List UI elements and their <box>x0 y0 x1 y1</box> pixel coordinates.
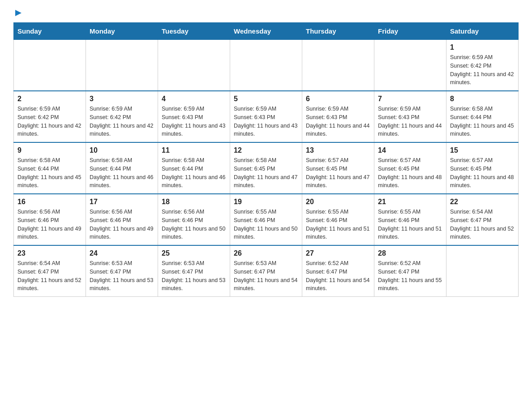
day-number: 17 <box>90 198 154 206</box>
calendar-cell <box>302 40 374 91</box>
calendar-cell: 21Sunrise: 6:55 AMSunset: 6:46 PMDayligh… <box>374 194 446 245</box>
calendar-cell: 4Sunrise: 6:59 AMSunset: 6:43 PMDaylight… <box>158 91 230 142</box>
day-info: Sunrise: 6:58 AMSunset: 6:44 PMDaylight:… <box>450 105 515 138</box>
calendar-cell <box>86 40 158 91</box>
day-number: 19 <box>234 198 298 206</box>
calendar-table: Sunday Monday Tuesday Wednesday Thursday… <box>13 22 519 297</box>
day-info: Sunrise: 6:56 AMSunset: 6:46 PMDaylight:… <box>17 208 82 241</box>
calendar-cell: 19Sunrise: 6:55 AMSunset: 6:46 PMDayligh… <box>230 194 302 245</box>
calendar-cell: 7Sunrise: 6:59 AMSunset: 6:43 PMDaylight… <box>374 91 446 142</box>
calendar-cell: 25Sunrise: 6:53 AMSunset: 6:47 PMDayligh… <box>158 245 230 297</box>
header-friday: Friday <box>374 23 446 40</box>
day-number: 28 <box>378 249 442 257</box>
calendar-week-row: 16Sunrise: 6:56 AMSunset: 6:46 PMDayligh… <box>14 194 519 245</box>
day-number: 25 <box>162 249 226 257</box>
day-info: Sunrise: 6:58 AMSunset: 6:44 PMDaylight:… <box>17 156 82 190</box>
header-thursday: Thursday <box>302 23 374 40</box>
day-info: Sunrise: 6:58 AMSunset: 6:45 PMDaylight:… <box>234 156 298 190</box>
calendar-week-row: 9Sunrise: 6:58 AMSunset: 6:44 PMDaylight… <box>14 142 519 194</box>
calendar-cell: 1Sunrise: 6:59 AMSunset: 6:42 PMDaylight… <box>446 40 519 91</box>
calendar-cell <box>446 245 519 297</box>
calendar-cell <box>14 40 86 91</box>
day-number: 9 <box>17 146 82 154</box>
day-number: 24 <box>90 249 154 257</box>
calendar-cell: 8Sunrise: 6:58 AMSunset: 6:44 PMDaylight… <box>446 91 519 142</box>
calendar-cell: 16Sunrise: 6:56 AMSunset: 6:46 PMDayligh… <box>14 194 86 245</box>
day-info: Sunrise: 6:59 AMSunset: 6:43 PMDaylight:… <box>162 105 226 138</box>
calendar-cell: 15Sunrise: 6:57 AMSunset: 6:45 PMDayligh… <box>446 142 519 194</box>
calendar-week-row: 23Sunrise: 6:54 AMSunset: 6:47 PMDayligh… <box>14 245 519 297</box>
day-number: 1 <box>450 43 515 51</box>
day-info: Sunrise: 6:53 AMSunset: 6:47 PMDaylight:… <box>90 259 154 293</box>
day-number: 6 <box>306 95 370 103</box>
day-number: 22 <box>450 198 515 206</box>
calendar-cell: 17Sunrise: 6:56 AMSunset: 6:46 PMDayligh… <box>86 194 158 245</box>
day-info: Sunrise: 6:57 AMSunset: 6:45 PMDaylight:… <box>306 156 370 190</box>
day-info: Sunrise: 6:57 AMSunset: 6:45 PMDaylight:… <box>378 156 442 190</box>
logo <box>13 9 22 18</box>
calendar-cell: 23Sunrise: 6:54 AMSunset: 6:47 PMDayligh… <box>14 245 86 297</box>
day-info: Sunrise: 6:59 AMSunset: 6:43 PMDaylight:… <box>306 105 370 138</box>
day-number: 3 <box>90 95 154 103</box>
day-number: 7 <box>378 95 442 103</box>
header-saturday: Saturday <box>446 23 519 40</box>
calendar-cell <box>158 40 230 91</box>
day-info: Sunrise: 6:55 AMSunset: 6:46 PMDaylight:… <box>306 208 370 241</box>
day-info: Sunrise: 6:57 AMSunset: 6:45 PMDaylight:… <box>450 156 515 190</box>
calendar-cell: 2Sunrise: 6:59 AMSunset: 6:42 PMDaylight… <box>14 91 86 142</box>
page-header <box>13 9 519 18</box>
day-info: Sunrise: 6:52 AMSunset: 6:47 PMDaylight:… <box>306 259 370 293</box>
day-info: Sunrise: 6:59 AMSunset: 6:42 PMDaylight:… <box>17 105 82 138</box>
day-info: Sunrise: 6:59 AMSunset: 6:42 PMDaylight:… <box>90 105 154 138</box>
calendar-cell: 27Sunrise: 6:52 AMSunset: 6:47 PMDayligh… <box>302 245 374 297</box>
day-number: 16 <box>17 198 82 206</box>
calendar-cell <box>374 40 446 91</box>
calendar-week-row: 2Sunrise: 6:59 AMSunset: 6:42 PMDaylight… <box>14 91 519 142</box>
day-info: Sunrise: 6:59 AMSunset: 6:42 PMDaylight:… <box>450 53 515 87</box>
calendar-cell: 11Sunrise: 6:58 AMSunset: 6:44 PMDayligh… <box>158 142 230 194</box>
calendar-cell: 12Sunrise: 6:58 AMSunset: 6:45 PMDayligh… <box>230 142 302 194</box>
calendar-cell: 13Sunrise: 6:57 AMSunset: 6:45 PMDayligh… <box>302 142 374 194</box>
calendar-cell: 3Sunrise: 6:59 AMSunset: 6:42 PMDaylight… <box>86 91 158 142</box>
logo-arrow-icon <box>14 9 22 17</box>
header-sunday: Sunday <box>14 23 86 40</box>
day-number: 23 <box>17 249 82 257</box>
day-number: 4 <box>162 95 226 103</box>
day-info: Sunrise: 6:55 AMSunset: 6:46 PMDaylight:… <box>378 208 442 241</box>
calendar-cell: 24Sunrise: 6:53 AMSunset: 6:47 PMDayligh… <box>86 245 158 297</box>
calendar-cell: 26Sunrise: 6:53 AMSunset: 6:47 PMDayligh… <box>230 245 302 297</box>
day-number: 10 <box>90 146 154 154</box>
header-monday: Monday <box>86 23 158 40</box>
day-number: 14 <box>378 146 442 154</box>
calendar-cell: 6Sunrise: 6:59 AMSunset: 6:43 PMDaylight… <box>302 91 374 142</box>
day-number: 13 <box>306 146 370 154</box>
day-info: Sunrise: 6:54 AMSunset: 6:47 PMDaylight:… <box>450 208 515 241</box>
day-info: Sunrise: 6:53 AMSunset: 6:47 PMDaylight:… <box>162 259 226 293</box>
calendar-cell: 5Sunrise: 6:59 AMSunset: 6:43 PMDaylight… <box>230 91 302 142</box>
day-number: 2 <box>17 95 82 103</box>
day-number: 8 <box>450 95 515 103</box>
calendar-cell: 18Sunrise: 6:56 AMSunset: 6:46 PMDayligh… <box>158 194 230 245</box>
day-info: Sunrise: 6:58 AMSunset: 6:44 PMDaylight:… <box>162 156 226 190</box>
header-wednesday: Wednesday <box>230 23 302 40</box>
day-info: Sunrise: 6:52 AMSunset: 6:47 PMDaylight:… <box>378 259 442 293</box>
day-number: 21 <box>378 198 442 206</box>
calendar-cell: 20Sunrise: 6:55 AMSunset: 6:46 PMDayligh… <box>302 194 374 245</box>
calendar-cell: 10Sunrise: 6:58 AMSunset: 6:44 PMDayligh… <box>86 142 158 194</box>
header-tuesday: Tuesday <box>158 23 230 40</box>
calendar-header-row: Sunday Monday Tuesday Wednesday Thursday… <box>14 23 519 40</box>
day-number: 12 <box>234 146 298 154</box>
day-number: 20 <box>306 198 370 206</box>
calendar-cell: 22Sunrise: 6:54 AMSunset: 6:47 PMDayligh… <box>446 194 519 245</box>
day-number: 26 <box>234 249 298 257</box>
day-info: Sunrise: 6:56 AMSunset: 6:46 PMDaylight:… <box>90 208 154 241</box>
calendar-week-row: 1Sunrise: 6:59 AMSunset: 6:42 PMDaylight… <box>14 40 519 91</box>
day-number: 15 <box>450 146 515 154</box>
day-info: Sunrise: 6:53 AMSunset: 6:47 PMDaylight:… <box>234 259 298 293</box>
svg-marker-0 <box>15 10 21 16</box>
day-info: Sunrise: 6:55 AMSunset: 6:46 PMDaylight:… <box>234 208 298 241</box>
day-number: 5 <box>234 95 298 103</box>
day-info: Sunrise: 6:59 AMSunset: 6:43 PMDaylight:… <box>378 105 442 138</box>
calendar-cell: 14Sunrise: 6:57 AMSunset: 6:45 PMDayligh… <box>374 142 446 194</box>
day-number: 11 <box>162 146 226 154</box>
